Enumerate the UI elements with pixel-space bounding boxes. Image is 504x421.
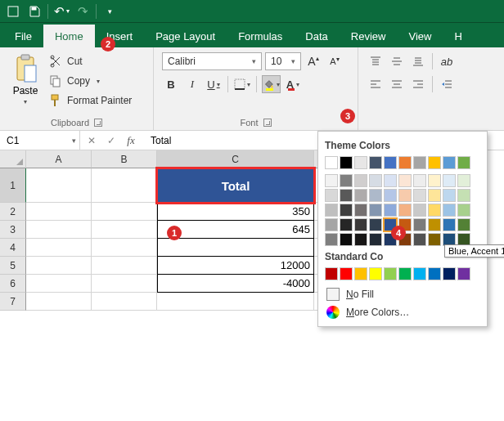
col-header-c[interactable]: C [157,150,314,168]
swatch[interactable] [340,218,353,231]
tab-home[interactable]: Home [43,25,95,47]
cell-b1[interactable] [92,168,157,203]
swatch[interactable] [384,174,397,187]
swatch[interactable] [457,156,470,169]
cell-b7[interactable] [92,293,157,311]
swatch[interactable] [325,267,338,280]
swatch[interactable] [413,189,426,202]
font-launcher[interactable] [263,119,272,127]
italic-button[interactable]: I [183,75,201,93]
row-header-5[interactable]: 5 [0,257,26,275]
tab-review[interactable]: Review [340,25,398,47]
cell-a3[interactable] [26,221,92,239]
swatch[interactable] [428,218,441,231]
swatch[interactable] [354,218,367,231]
cell-c7[interactable] [157,293,314,311]
swatch[interactable] [398,267,412,280]
cell-a4[interactable] [26,239,92,257]
swatch[interactable] [340,267,353,280]
decrease-indent-button[interactable] [438,75,456,93]
swatch[interactable] [457,204,470,217]
align-right-button[interactable] [409,75,427,93]
swatch[interactable] [443,189,456,202]
swatch[interactable] [354,189,367,202]
cut-button[interactable]: Cut [46,52,135,70]
cell-c1[interactable]: Total [157,168,314,203]
swatch[interactable] [369,174,382,187]
swatch[interactable] [384,156,397,169]
name-box[interactable]: C1▾ [0,131,80,150]
paste-button[interactable]: Paste ▾ [8,51,43,110]
row-header-1[interactable]: 1 [0,168,26,203]
col-header-a[interactable]: A [26,150,92,168]
swatch[interactable] [340,204,353,217]
swatch[interactable] [413,218,426,231]
bold-button[interactable]: B [162,75,180,93]
swatch[interactable] [354,156,367,169]
swatch[interactable] [325,156,338,169]
swatch[interactable] [384,267,397,280]
copy-button[interactable]: Copy ▾ [46,72,135,90]
swatch[interactable] [398,189,412,202]
font-size-combo[interactable]: 10▾ [265,52,301,70]
align-left-button[interactable] [367,75,385,93]
enter-formula-button[interactable]: ✓ [101,131,121,150]
cell-b6[interactable] [92,275,157,293]
swatch[interactable] [457,174,470,187]
cell-a5[interactable] [26,257,92,275]
swatch[interactable] [369,204,382,217]
align-top-button[interactable] [367,52,385,70]
more-colors-item[interactable]: More Colors… [325,303,480,321]
swatch[interactable] [354,267,367,280]
swatch[interactable] [369,233,382,246]
col-header-b[interactable]: B [92,150,157,168]
swatch[interactable] [413,156,426,169]
border-button[interactable]: ▾ [233,75,251,93]
cell-c5[interactable]: 12000 [157,257,314,275]
swatch[interactable] [369,267,382,280]
cell-c4[interactable] [157,239,314,257]
fill-color-button[interactable]: ▾ [262,75,281,93]
swatch[interactable] [325,218,338,231]
swatch[interactable] [413,174,426,187]
font-name-combo[interactable]: Calibri▾ [162,52,262,70]
swatch[interactable] [340,156,353,169]
row-header-6[interactable]: 6 [0,275,26,293]
swatch[interactable] [325,174,338,187]
swatch[interactable] [428,174,441,187]
swatch[interactable] [369,189,382,202]
tab-view[interactable]: View [397,25,443,47]
swatch[interactable] [457,218,470,231]
swatch[interactable] [384,204,397,217]
swatch[interactable] [325,189,338,202]
cell-b3[interactable] [92,221,157,239]
format-painter-button[interactable]: Format Painter [46,92,135,110]
swatch[interactable] [325,233,338,246]
swatch[interactable] [443,267,456,280]
font-color-button[interactable]: A ▾ [284,75,302,93]
swatch[interactable] [457,267,470,280]
swatch[interactable] [428,156,441,169]
swatch[interactable] [398,204,412,217]
tab-file[interactable]: File [3,25,43,47]
cancel-formula-button[interactable]: ✕ [82,131,101,150]
swatch[interactable] [398,174,412,187]
swatch[interactable] [354,233,367,246]
tab-help[interactable]: H [443,25,473,47]
swatch[interactable] [354,204,367,217]
swatch[interactable] [340,189,353,202]
swatch[interactable] [340,233,353,246]
swatch[interactable] [413,204,426,217]
increase-font-button[interactable]: A▴ [304,52,322,70]
cell-b2[interactable] [92,203,157,221]
undo-button[interactable]: ↶▾ [52,2,71,20]
row-header-7[interactable]: 7 [0,293,26,311]
cell-a6[interactable] [26,275,92,293]
align-middle-button[interactable] [388,52,406,70]
swatch[interactable] [384,189,397,202]
clipboard-launcher[interactable] [94,119,102,127]
swatch[interactable] [428,233,441,246]
cell-a7[interactable] [26,293,92,311]
swatch[interactable] [413,233,426,246]
underline-button[interactable]: U▾ [205,75,223,93]
